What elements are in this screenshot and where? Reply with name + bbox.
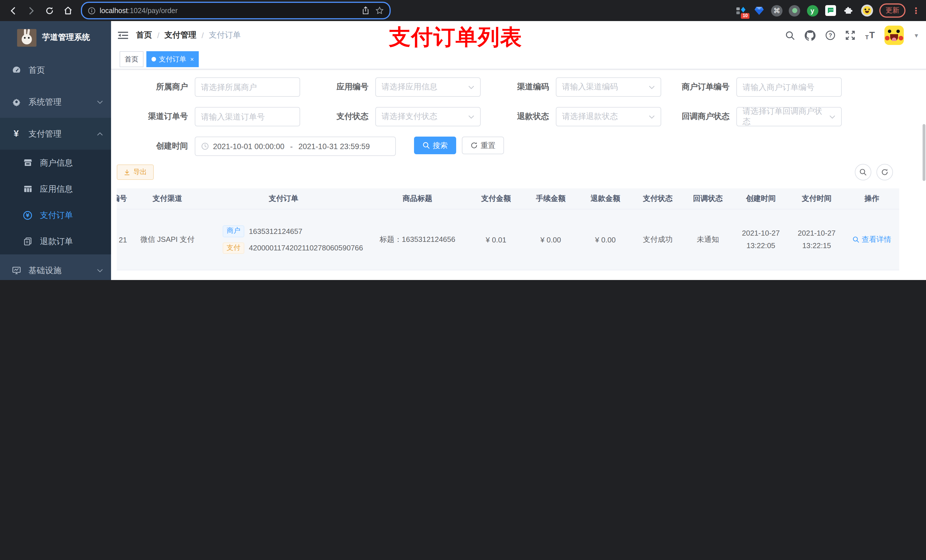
- emoji-profile-icon[interactable]: [861, 5, 873, 17]
- bookmark-star-icon[interactable]: [375, 6, 384, 15]
- breadcrumb: 首页 / 支付管理 / 支付订单: [136, 30, 241, 41]
- col-pay-time: 支付时间: [789, 189, 844, 209]
- font-size-icon[interactable]: TT: [865, 30, 875, 41]
- search-icon[interactable]: [785, 30, 795, 40]
- field-label: 渠道编码: [492, 82, 556, 92]
- refresh-table-button[interactable]: [876, 164, 893, 180]
- caret-down-icon[interactable]: ▼: [914, 32, 919, 38]
- search-button[interactable]: 搜索: [414, 137, 456, 154]
- command-extension-icon[interactable]: ⌘: [771, 5, 782, 16]
- logo-row[interactable]: 芋道管理系统: [0, 21, 111, 54]
- reset-button[interactable]: 重置: [462, 137, 504, 154]
- breadcrumb-home[interactable]: 首页: [136, 30, 152, 41]
- field-label: 支付状态: [312, 112, 375, 122]
- extension-badge: 10: [741, 13, 749, 19]
- channel-code-select[interactable]: 请输入渠道编码: [556, 77, 661, 97]
- extensions-area: 10 ⌘ y: [735, 3, 920, 18]
- screen: localhost:1024/pay/order 10 ⌘ y: [0, 0, 926, 280]
- avatar[interactable]: [884, 26, 904, 45]
- browser-menu-icon[interactable]: ⋮: [912, 6, 920, 15]
- merchant-tag: 商户: [223, 225, 244, 237]
- field-label: 退款状态: [492, 112, 556, 122]
- search-icon: [422, 142, 430, 149]
- merchant-input[interactable]: [195, 77, 300, 97]
- chevron-down-icon: [97, 100, 103, 104]
- page-content: 所属商户 应用编号 请选择应用信息 渠道编码: [111, 69, 926, 280]
- search-icon: [859, 169, 867, 176]
- sidebar-item-pay-order[interactable]: ¥ 支付订单: [0, 202, 111, 228]
- help-icon[interactable]: ?: [825, 30, 835, 41]
- download-icon: [124, 169, 130, 175]
- chevron-up-icon: [97, 132, 103, 136]
- export-button[interactable]: 导出: [117, 165, 154, 180]
- url-bar[interactable]: localhost:1024/pay/order: [81, 2, 391, 20]
- sidebar-item-merchant-info[interactable]: 商户信息: [0, 150, 111, 176]
- sketch-extension-icon[interactable]: [753, 5, 765, 17]
- field-label: 渠道订单号: [131, 112, 195, 122]
- table-header-row: 编号 支付渠道 支付订单 商品标题 支付金额 手续金额 退款金额 支付状态 回调…: [117, 189, 899, 209]
- show-search-button[interactable]: [855, 164, 872, 180]
- chat-extension-icon[interactable]: [825, 5, 837, 17]
- tabs-extension-icon[interactable]: 10: [735, 5, 747, 17]
- create-time-range-picker[interactable]: 2021-10-01 00:00:00 - 2021-10-31 23:59:5…: [195, 137, 396, 156]
- pay-status-select[interactable]: 请选择支付状态: [375, 107, 481, 126]
- collapse-sidebar-icon[interactable]: [118, 31, 128, 40]
- tab-home[interactable]: 首页: [120, 51, 144, 67]
- field-label: 商户订单编号: [673, 82, 736, 92]
- share-icon[interactable]: [362, 6, 369, 15]
- navbar-actions: ? TT ▼: [785, 26, 919, 45]
- chevron-down-icon: [829, 115, 835, 119]
- merchant-order-no-input[interactable]: [736, 77, 842, 97]
- field-label: 应用编号: [312, 82, 375, 92]
- back-icon[interactable]: [6, 3, 21, 18]
- url-text[interactable]: localhost:1024/pay/order: [100, 6, 178, 15]
- sidebar-item-label: 系统管理: [29, 97, 62, 107]
- sidebar-item-payment[interactable]: ¥ 支付管理: [0, 118, 111, 150]
- table-row: 21 微信 JSAPI 支付 商户1635312124657 支付4200001…: [117, 209, 899, 270]
- scrollbar-thumb[interactable]: [923, 124, 925, 181]
- sidebar-item-label: 基础设施: [29, 265, 62, 276]
- chevron-down-icon: [649, 115, 655, 119]
- sidebar-item-label: 首页: [29, 65, 45, 75]
- field-label: 创建时间: [131, 141, 195, 151]
- recorder-extension-icon[interactable]: [789, 5, 800, 16]
- sidebar-item-system[interactable]: 系统管理: [0, 86, 111, 118]
- field-label: 所属商户: [131, 82, 195, 92]
- home-icon[interactable]: [61, 3, 75, 18]
- tab-pay-order[interactable]: 支付订单 ×: [146, 51, 199, 67]
- fullscreen-icon[interactable]: [845, 30, 855, 41]
- active-dot: [151, 57, 156, 62]
- gear-icon: [11, 97, 21, 106]
- col-title: 商品标题: [366, 189, 469, 209]
- puzzle-extensions-icon[interactable]: [843, 5, 855, 17]
- col-amount: 支付金额: [469, 189, 524, 209]
- view-detail-link[interactable]: 查看详情: [853, 234, 891, 245]
- sidebar-item-infra[interactable]: 基础设施: [0, 254, 111, 280]
- sidebar-item-app-info[interactable]: 应用信息: [0, 176, 111, 202]
- update-button[interactable]: 更新: [879, 3, 905, 18]
- col-channel: 支付渠道: [134, 189, 201, 209]
- range-start: 2021-10-01 00:00:00: [213, 142, 284, 151]
- close-icon[interactable]: ×: [190, 56, 194, 63]
- y-extension-icon[interactable]: y: [806, 5, 819, 17]
- field-label: 回调商户状态: [673, 112, 736, 122]
- forward-icon[interactable]: [24, 3, 39, 18]
- sidebar: 芋道管理系统 首页 系统管理 ¥ 支付管理: [0, 21, 111, 280]
- table-row: 20 微信 JSAPI 支付 商户1635311949168 支付4200001…: [117, 270, 899, 280]
- channel-order-no-input[interactable]: [195, 107, 300, 126]
- app-select[interactable]: 请选择应用信息: [375, 77, 481, 97]
- refund-status-select[interactable]: 请选择退款状态: [556, 107, 661, 126]
- navbar: 首页 / 支付管理 / 支付订单 支付订单列表 ?: [111, 21, 926, 50]
- chevron-down-icon: [649, 85, 655, 89]
- reload-icon[interactable]: [42, 3, 57, 18]
- refund-docs-icon: [23, 237, 32, 246]
- refresh-icon: [881, 169, 888, 176]
- sidebar-item-label: 支付管理: [29, 128, 62, 139]
- github-icon[interactable]: [805, 30, 816, 41]
- col-refund: 退款金额: [578, 189, 633, 209]
- breadcrumb-pay-mgmt[interactable]: 支付管理: [165, 30, 197, 41]
- notify-status-select[interactable]: 请选择订单回调商户状态: [736, 107, 842, 126]
- sidebar-item-refund-order[interactable]: 退款订单: [0, 228, 111, 254]
- app-title: 芋道管理系统: [42, 32, 90, 43]
- sidebar-item-home[interactable]: 首页: [0, 54, 111, 86]
